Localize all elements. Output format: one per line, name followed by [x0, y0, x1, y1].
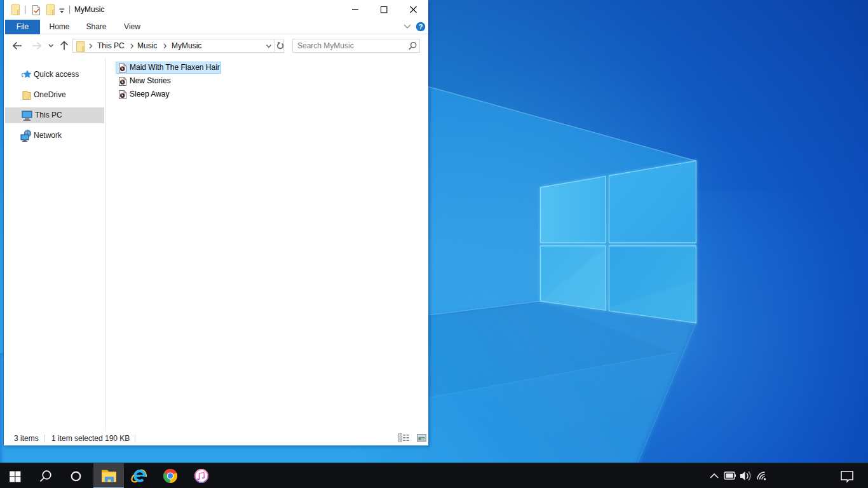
svg-text:?: ?	[419, 23, 423, 30]
